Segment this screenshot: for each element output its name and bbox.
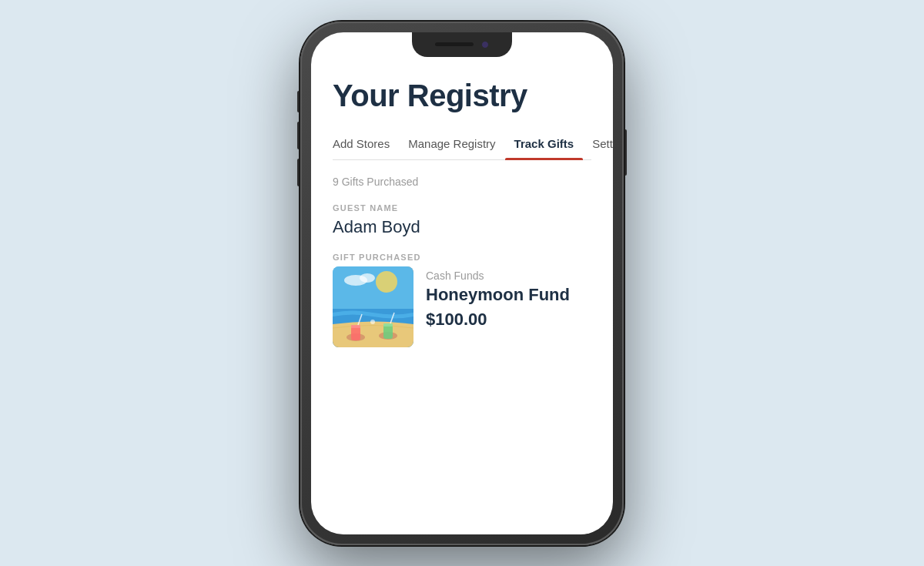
phone-shell: Your Registry Add Stores Manage Registry… bbox=[300, 22, 624, 545]
phone-notch bbox=[412, 32, 512, 57]
svg-rect-10 bbox=[383, 325, 393, 339]
guest-name-label: GUEST NAME bbox=[333, 203, 591, 213]
gift-info: Cash Funds Honeymoon Fund $100.00 bbox=[426, 266, 591, 330]
gifts-purchased-count: 9 Gifts Purchased bbox=[333, 176, 591, 188]
svg-point-13 bbox=[370, 320, 375, 324]
svg-point-1 bbox=[376, 271, 397, 293]
phone-screen: Your Registry Add Stores Manage Registry… bbox=[311, 32, 613, 534]
svg-rect-11 bbox=[383, 323, 393, 327]
tab-track-gifts[interactable]: Track Gifts bbox=[505, 131, 584, 159]
tab-settings[interactable]: Settings bbox=[583, 131, 613, 159]
power-button bbox=[624, 129, 627, 176]
svg-rect-7 bbox=[351, 325, 360, 328]
gift-price: $100.00 bbox=[426, 310, 591, 330]
phone-device: Your Registry Add Stores Manage Registry… bbox=[300, 22, 624, 545]
gift-category: Cash Funds bbox=[426, 270, 591, 282]
gift-image bbox=[333, 266, 413, 347]
front-camera bbox=[481, 41, 489, 49]
page-title: Your Registry bbox=[333, 79, 591, 112]
gift-item: Cash Funds Honeymoon Fund $100.00 bbox=[333, 266, 591, 347]
gift-purchased-label: GIFT PURCHASED bbox=[333, 253, 591, 262]
svg-rect-6 bbox=[351, 327, 360, 340]
gift-image-inner bbox=[333, 266, 413, 347]
tab-manage-registry[interactable]: Manage Registry bbox=[399, 131, 504, 159]
tab-bar: Add Stores Manage Registry Track Gifts S… bbox=[333, 131, 591, 160]
svg-point-3 bbox=[360, 273, 375, 283]
gift-name: Honeymoon Fund bbox=[426, 285, 591, 305]
guest-name-value: Adam Boyd bbox=[333, 217, 591, 237]
screen-content: Your Registry Add Stores Manage Registry… bbox=[311, 60, 613, 534]
speaker bbox=[435, 42, 474, 46]
tab-add-stores[interactable]: Add Stores bbox=[333, 131, 399, 159]
